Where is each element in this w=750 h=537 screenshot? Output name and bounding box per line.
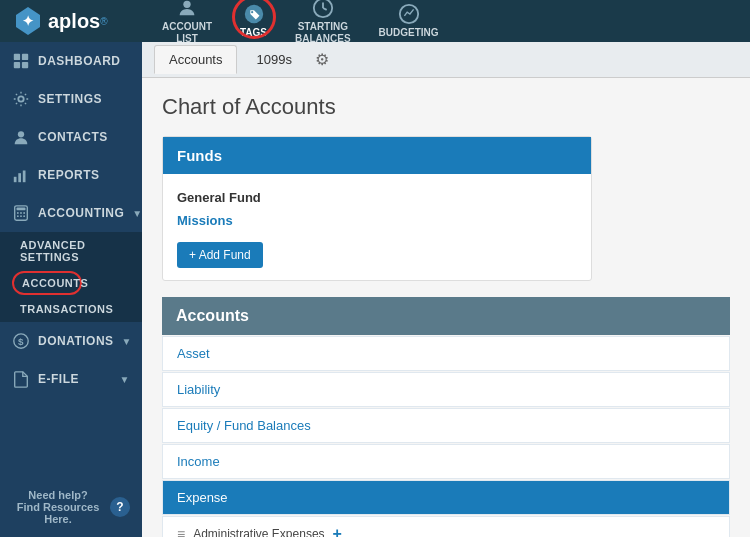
fund-missions[interactable]: Missions	[177, 209, 577, 232]
svg-rect-15	[14, 177, 17, 182]
accounting-submenu: ADVANCED SETTINGS ACCOUNTS TRANSACTIONS	[0, 232, 142, 322]
gear-icon	[12, 90, 30, 108]
sidebar-item-reports[interactable]: REPORTS	[0, 156, 142, 194]
sub-nav: Accounts 1099s ⚙	[142, 42, 750, 78]
svg-point-26	[23, 215, 25, 217]
settings-icon[interactable]: ⚙	[311, 46, 333, 73]
contacts-icon	[12, 128, 30, 146]
svg-point-21	[17, 212, 19, 214]
svg-point-24	[17, 215, 19, 217]
fund-general[interactable]: General Fund	[177, 186, 577, 209]
svg-rect-12	[22, 62, 28, 68]
file-icon	[12, 370, 30, 388]
calculator-icon	[12, 204, 30, 222]
svg-rect-10	[22, 54, 28, 60]
account-row-income[interactable]: Income	[162, 444, 730, 479]
svg-text:✦: ✦	[22, 13, 34, 29]
funds-section: Funds General Fund Missions + Add Fund	[162, 136, 592, 281]
svg-rect-20	[17, 208, 26, 211]
dollar-icon: $	[12, 332, 30, 350]
sidebar: DASHBOARD SETTINGS CONTACTS REPORTS	[0, 42, 142, 537]
help-section[interactable]: Need help? Find Resources Here. ?	[0, 477, 142, 537]
efile-arrow: ▼	[120, 374, 130, 385]
expense-sub-items: ≡ Administrative Expenses + ≡ 5020 - Off…	[162, 516, 730, 537]
person-icon	[176, 0, 198, 19]
funds-header: Funds	[163, 137, 591, 174]
sidebar-item-efile[interactable]: E-FILE ▼	[0, 360, 142, 398]
sidebar-item-settings[interactable]: SETTINGS	[0, 80, 142, 118]
drag-handle-icon: ≡	[177, 526, 185, 537]
admin-expenses-label: Administrative Expenses	[193, 527, 324, 537]
svg-rect-16	[18, 173, 21, 182]
svg-point-13	[18, 96, 23, 101]
tab-1099s[interactable]: 1099s	[241, 45, 306, 74]
sidebar-item-advanced-settings[interactable]: ADVANCED SETTINGS	[0, 232, 142, 270]
svg-point-4	[251, 11, 253, 13]
sidebar-item-accounting[interactable]: ACCOUNTING ▼	[0, 194, 142, 232]
account-row-asset[interactable]: Asset	[162, 336, 730, 371]
add-account-button[interactable]: +	[333, 525, 342, 537]
reports-icon	[12, 166, 30, 184]
page-title: Chart of Accounts	[162, 94, 730, 120]
balance-icon	[312, 0, 334, 19]
logo-icon: ✦	[12, 5, 44, 37]
sidebar-item-dashboard[interactable]: DASHBOARD	[0, 42, 142, 80]
main-content: Accounts 1099s ⚙ Chart of Accounts Funds…	[142, 42, 750, 537]
svg-point-25	[20, 215, 22, 217]
sidebar-item-accounts[interactable]: ACCOUNTS	[0, 270, 142, 296]
svg-point-2	[183, 1, 190, 8]
funds-body: General Fund Missions + Add Fund	[163, 174, 591, 280]
svg-text:$: $	[18, 336, 24, 347]
help-line1: Need help?	[12, 489, 104, 501]
sidebar-item-transactions[interactable]: TRANSACTIONS	[0, 296, 142, 322]
svg-line-7	[323, 8, 327, 10]
svg-point-23	[23, 212, 25, 214]
add-fund-button[interactable]: + Add Fund	[177, 242, 263, 268]
svg-rect-9	[14, 54, 20, 60]
main-layout: DASHBOARD SETTINGS CONTACTS REPORTS	[0, 42, 750, 537]
logo: ✦ aplos ®	[8, 5, 150, 37]
svg-point-14	[18, 131, 24, 137]
svg-point-22	[20, 212, 22, 214]
tab-accounts[interactable]: Accounts	[154, 45, 237, 74]
help-button[interactable]: ?	[110, 497, 130, 517]
svg-rect-17	[23, 171, 26, 183]
account-row-liability[interactable]: Liability	[162, 372, 730, 407]
sidebar-item-donations[interactable]: $ DONATIONS ▼	[0, 322, 142, 360]
grid-icon	[12, 52, 30, 70]
accounts-section-header: Accounts	[162, 297, 730, 335]
top-nav: ✦ aplos ® ACCOUNT LIST TAGS	[0, 0, 750, 42]
sidebar-item-contacts[interactable]: CONTACTS	[0, 118, 142, 156]
donations-arrow: ▼	[122, 336, 132, 347]
page-content: Chart of Accounts Funds General Fund Mis…	[142, 78, 750, 537]
account-row-expense[interactable]: Expense	[162, 480, 730, 515]
svg-rect-11	[14, 62, 20, 68]
tag-icon	[243, 3, 265, 25]
accounts-section: Accounts Asset Liability Equity / Fund B…	[162, 297, 730, 537]
chart-icon	[398, 3, 420, 25]
logo-text: aplos	[48, 10, 100, 33]
nav-budgeting[interactable]: BUDGETING	[367, 0, 451, 43]
help-line2: Find Resources Here.	[12, 501, 104, 525]
svg-rect-18	[27, 168, 28, 182]
nav-tags[interactable]: TAGS	[228, 0, 279, 43]
account-row-equity[interactable]: Equity / Fund Balances	[162, 408, 730, 443]
expense-sub-row-admin[interactable]: ≡ Administrative Expenses +	[163, 517, 729, 537]
